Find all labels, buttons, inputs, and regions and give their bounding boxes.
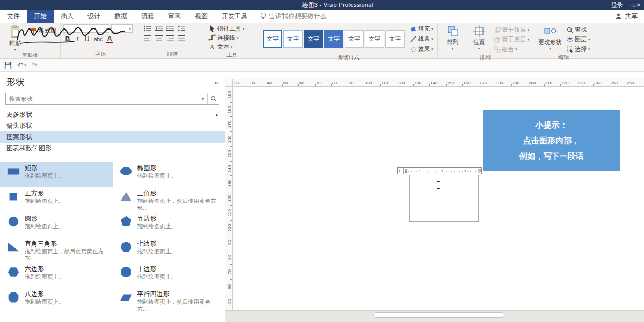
ruler-tick: 150 [225,146,232,161]
shape-item[interactable]: 八边形 拖到绘图页上。 [0,288,113,313]
shape-style-swatch[interactable]: 文字 [324,30,343,48]
ribbon-tab[interactable]: 文件 [0,10,27,23]
ribbon-tab[interactable]: 设计 [80,10,107,23]
shape-style-swatch[interactable]: 文字 [263,30,282,48]
paste-button[interactable]: 粘贴▾ [3,24,27,52]
bring-to-front-button[interactable]: 置于顶层▾ [493,25,531,34]
shape-item[interactable]: 矩形 拖到绘图页上。 [0,162,113,187]
stencil-link[interactable]: 图表和数学图形 [0,143,225,154]
stencil-link[interactable]: 箭头形状 [0,120,225,131]
horizontal-scrollbar[interactable] [225,310,644,322]
window-control-button[interactable]: ✕ [636,2,641,8]
window-control-button[interactable]: ─ [629,2,633,8]
find-button[interactable]: 查找 [566,25,591,34]
position-button[interactable]: 位置▾ [467,24,492,50]
ribbon-tab[interactable]: 开发工具 [215,10,254,23]
tool-icon: A [208,43,216,52]
login-button[interactable]: 登录 [611,1,623,9]
collapse-panel-button[interactable]: « [215,78,218,86]
share-button[interactable]: 共享 [615,10,644,23]
redo-button[interactable]: ↷ [31,61,37,69]
font-style-button[interactable]: I [73,35,82,43]
decrease-indent-icon[interactable] [155,25,163,32]
justify-icon[interactable] [178,35,185,41]
ribbon-tab[interactable]: 插入 [54,10,80,23]
person-icon [615,13,622,20]
shape-item[interactable]: 五边形 拖到绘图页上。 [113,212,225,237]
save-button[interactable] [4,62,12,69]
ruler-corner [225,79,233,87]
shape-item[interactable]: 十边形 拖到绘图页上。 [113,262,225,288]
shape-style-swatch[interactable]: 文字 [345,30,364,48]
tool-button[interactable]: A 文本 ▾ [207,42,246,52]
arrange-button[interactable]: 排列▾ [441,24,465,50]
shape-item[interactable]: 七边形 拖到绘图页上。 [113,237,225,262]
shape-item[interactable]: 平行四边形 拖到绘图页上，然后使用黄色方... [113,288,225,313]
chevron-down-icon[interactable]: ▾ [199,93,207,104]
layers-button[interactable]: 图层▾ [566,35,591,44]
ribbon-tab[interactable]: 视图 [188,10,215,23]
shape-item[interactable]: 三角形 拖到绘图页上，然后使用黄色方形... [113,187,225,212]
line-button[interactable]: 线条▾ [409,34,435,43]
stencil-link[interactable]: 更多形状 ▸ [0,109,225,120]
stencil-link[interactable]: 图案形状 [0,131,225,143]
font-style-button[interactable]: abc [92,35,104,43]
shape-item[interactable]: 六边形 拖到绘图页上。 [0,262,113,288]
tab-stop-control[interactable]: L [398,168,404,174]
tool-button[interactable]: 指针工具 ▾ [207,24,246,33]
font-name-combo[interactable]: ▾ [63,24,109,33]
line-spacing-icon[interactable] [178,25,185,32]
shape-item[interactable]: 圆形 拖到绘图页上。 [0,212,113,237]
send-to-back-button[interactable]: 置于底层▾ [493,35,531,44]
align-right-icon[interactable] [166,35,174,41]
font-style-button[interactable]: A [105,35,114,43]
undo-button[interactable]: ↶▾ [17,61,26,69]
shapes-panel: 形状 « ▾ 更多形状 ▸ 箭头形状 [0,72,225,322]
select-button[interactable]: 选择▾ [566,45,591,54]
ribbon-tab[interactable]: 开始 [27,10,54,23]
main-content: 形状 « ▾ 更多形状 ▸ 箭头形状 [0,72,644,322]
search-icon[interactable] [207,93,219,104]
fill-button[interactable]: 填充▾ [409,24,435,33]
chevron-down-icon: ▾ [588,38,590,41]
shape-item[interactable]: 椭圆形 拖到绘图页上。 [113,162,225,187]
tip-shape[interactable]: 小提示：点击图形内部，例如，写下一段话 [483,110,620,171]
chevron-down-icon: ▾ [24,63,26,67]
ruler-number: 3 [464,170,466,173]
group-button[interactable]: 组合▾ [493,45,531,54]
shape-item[interactable]: 正方形 拖到绘图页上。 [0,187,113,212]
search-input[interactable] [6,93,199,104]
text-edit-box[interactable] [409,175,479,222]
ruler-tick: 260 [626,79,642,86]
bullet-list-icon[interactable] [144,25,151,32]
font-style-button[interactable]: U [83,35,91,43]
vertical-ruler: 1901801701601501401301201101009080706050 [225,87,233,310]
shape-icon [119,240,133,260]
ribbon-tab[interactable]: 审阅 [161,10,188,23]
indent-marker-icon[interactable] [477,169,481,173]
shape-name: 六边形 [25,265,64,273]
shape-style-swatch[interactable]: 文字 [365,30,384,48]
shape-style-swatch[interactable]: 文字 [385,30,405,48]
chevron-down-icon: ▾ [588,47,590,51]
align-center-icon[interactable] [155,35,163,41]
ribbon-tab[interactable]: 流程 [134,10,161,23]
ruler-number: 1 [418,170,421,173]
align-left-icon[interactable] [144,35,151,41]
shape-style-swatch[interactable]: 文字 [304,30,323,48]
increase-indent-icon[interactable] [166,25,174,32]
ruler-tick: 200 [528,79,544,86]
effects-button[interactable]: 效果▾ [409,45,435,54]
shape-item[interactable]: 直角三角形 拖到绘图页上，然后使用黄色方形... [0,237,113,262]
shape-style-swatch[interactable]: 文字 [283,30,303,48]
ribbon-tab[interactable]: 数据 [107,10,134,23]
font-style-button[interactable]: B [63,35,72,43]
chevron-down-icon: ▾ [478,47,480,50]
font-size-combo[interactable]: ▾ [111,24,133,33]
tell-me-box[interactable]: 告诉我你想要做什么 [254,10,332,23]
chevron-down-icon: ▾ [431,47,434,51]
tool-button[interactable]: 连接线 ▾ [207,33,246,42]
change-shape-button[interactable]: 更改形状▾ [536,24,564,50]
scrollbar-thumb[interactable] [373,312,504,318]
format-painter-button[interactable]: 格式刷 [29,26,57,35]
